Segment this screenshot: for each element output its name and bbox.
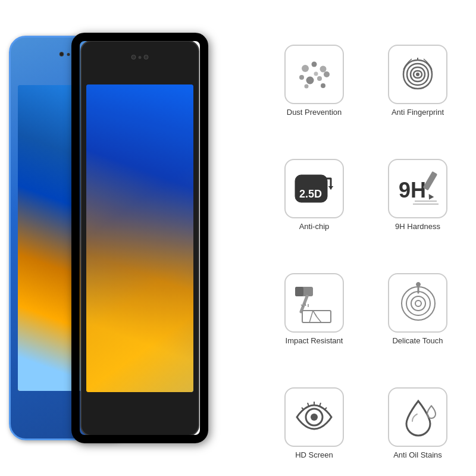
hd-screen-icon: [291, 396, 337, 439]
svg-text:9H: 9H: [399, 178, 426, 202]
feature-dust-prevention: Dust Prevention: [265, 12, 364, 121]
svg-point-10: [416, 73, 419, 76]
svg-line-39: [324, 408, 327, 410]
svg-line-24: [317, 317, 321, 322]
svg-point-32: [415, 300, 421, 306]
hd-screen-icon-box: [284, 387, 344, 447]
feature-anti-fingerprint: Anti Fingerprint: [368, 12, 467, 121]
9h-hardness-label: 9H Hardness: [395, 222, 440, 231]
anti-oil-stains-icon-box: [388, 387, 447, 447]
svg-point-9: [321, 83, 325, 88]
hd-screen-label: HD Screen: [295, 450, 333, 459]
dust-prevention-icon-box: [284, 45, 344, 104]
svg-marker-15: [427, 194, 434, 201]
delicate-touch-label: Delicate Touch: [392, 336, 443, 345]
svg-point-8: [305, 84, 309, 89]
svg-point-3: [299, 75, 304, 80]
delicate-touch-icon: [396, 281, 440, 325]
dust-prevention-label: Dust Prevention: [287, 108, 342, 117]
svg-point-5: [317, 76, 322, 81]
svg-point-4: [306, 77, 314, 84]
svg-point-1: [312, 62, 317, 67]
svg-point-2: [320, 66, 327, 73]
anti-fingerprint-icon: [396, 53, 439, 96]
glass-protector: [71, 33, 208, 443]
impact-resistant-label: Impact Resistant: [286, 336, 343, 345]
feature-delicate-touch: Delicate Touch: [368, 240, 467, 350]
feature-anti-chip: 2.5D Anti-chip: [265, 126, 364, 236]
anti-chip-icon-box: 2.5D: [284, 159, 344, 218]
delicate-touch-icon-box: [388, 273, 447, 333]
svg-point-7: [314, 72, 318, 76]
9h-hardness-icon: 9H: [394, 167, 441, 211]
impact-resistant-icon-box: [284, 273, 344, 333]
svg-point-30: [406, 292, 430, 315]
anti-oil-stains-label: Anti Oil Stains: [393, 450, 442, 459]
anti-fingerprint-icon-box: [388, 45, 447, 104]
camera-dot: [60, 52, 64, 57]
svg-line-20: [301, 296, 307, 312]
anti-oil-stains-icon: [396, 395, 440, 440]
anti-fingerprint-label: Anti Fingerprint: [392, 108, 444, 117]
svg-text:2.5D: 2.5D: [299, 188, 322, 200]
feature-impact-resistant: Impact Resistant: [265, 240, 364, 350]
glass-inner: [80, 41, 200, 435]
feature-anti-oil-stains: Anti Oil Stains: [368, 355, 467, 464]
svg-point-6: [324, 71, 330, 77]
dust-prevention-icon: [293, 54, 335, 95]
svg-line-37: [302, 408, 304, 410]
svg-point-31: [411, 296, 425, 311]
9h-hardness-icon-box: 9H: [388, 159, 447, 218]
svg-rect-19: [295, 287, 303, 296]
svg-point-0: [302, 65, 309, 72]
phone-section: [0, 0, 256, 476]
anti-chip-icon: 2.5D: [290, 168, 338, 209]
svg-line-22: [309, 311, 313, 322]
speaker-dot: [67, 53, 70, 56]
feature-hd-screen: HD Screen: [265, 355, 364, 464]
product-page: Dust Prevention Anti Fingerprint: [0, 0, 476, 476]
impact-resistant-icon: [290, 281, 338, 325]
features-grid: Dust Prevention Anti Fingerprint: [256, 0, 476, 476]
svg-point-34: [311, 414, 318, 421]
anti-chip-label: Anti-chip: [299, 222, 330, 231]
feature-9h-hardness: 9H 9H Hardness: [368, 126, 467, 236]
